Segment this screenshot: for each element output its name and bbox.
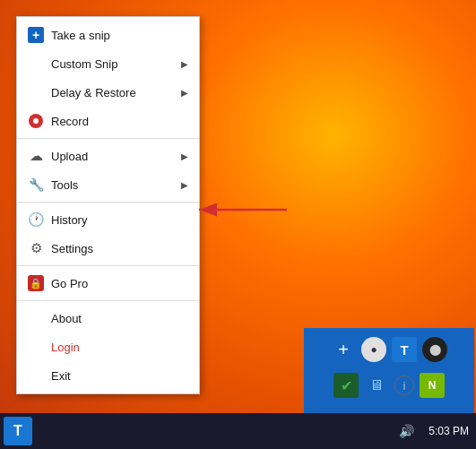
taskbar: T 🔊 5:03 PM xyxy=(0,413,476,449)
systray-T-icon[interactable]: T xyxy=(392,337,417,362)
menu-label-record: Record xyxy=(51,115,188,128)
taskbar-time: 5:03 PM xyxy=(428,425,469,437)
menu-item-upload[interactable]: ☁ Upload ▶ xyxy=(17,142,199,170)
taskbar-app-icon[interactable]: T xyxy=(4,417,32,445)
record-icon xyxy=(26,111,46,131)
menu-item-go-pro[interactable]: 🔒 Go Pro xyxy=(17,269,199,298)
menu-label-go-pro: Go Pro xyxy=(51,277,188,290)
menu-item-about[interactable]: About xyxy=(17,304,199,332)
submenu-arrow-upload: ▶ xyxy=(181,151,188,161)
systray-popup: + ● T ⬤ ✔ 🖥 i N xyxy=(304,328,474,413)
go-pro-icon: 🔒 xyxy=(26,273,46,293)
upload-icon: ☁ xyxy=(26,146,46,166)
no-icon-delay-restore xyxy=(26,82,46,102)
menu-label-delay-restore: Delay & Restore xyxy=(51,86,181,99)
taskbar-right: 🔊 5:03 PM xyxy=(385,413,476,449)
taskbar-sound-icon[interactable]: 🔊 xyxy=(392,424,421,438)
menu-item-custom-snip[interactable]: Custom Snip ▶ xyxy=(17,49,199,78)
menu-label-tools: Tools xyxy=(51,178,181,192)
systray-dark-circle-icon[interactable]: ⬤ xyxy=(422,337,447,362)
menu-item-login[interactable]: Login xyxy=(17,332,199,361)
systray-top-row: + ● T ⬤ xyxy=(309,333,469,366)
divider-2 xyxy=(17,202,199,203)
menu-label-exit: Exit xyxy=(51,369,188,383)
no-icon-exit xyxy=(26,366,46,385)
menu-item-exit[interactable]: Exit xyxy=(17,361,199,390)
menu-item-tools[interactable]: 🔧 Tools ▶ xyxy=(17,170,199,199)
settings-icon: ⚙ xyxy=(26,238,46,258)
no-icon-login xyxy=(26,337,46,357)
menu-label-login: Login xyxy=(51,341,188,354)
menu-item-record[interactable]: Record xyxy=(17,107,199,135)
menu-label-custom-snip: Custom Snip xyxy=(51,57,181,71)
submenu-arrow-delay-restore: ▶ xyxy=(181,88,188,98)
blue-plus-icon: + xyxy=(26,25,46,45)
menu-label-take-a-snip: Take a snip xyxy=(51,29,188,42)
systray-bottom-row: ✔ 🖥 i N xyxy=(309,369,469,402)
systray-nvidia-icon[interactable]: N xyxy=(420,373,445,398)
tools-icon: 🔧 xyxy=(26,175,46,194)
menu-label-history: History xyxy=(51,213,188,227)
submenu-arrow-custom-snip: ▶ xyxy=(181,59,188,69)
systray-green-check-icon[interactable]: ✔ xyxy=(333,373,359,398)
divider-1 xyxy=(17,138,199,139)
menu-label-about: About xyxy=(51,312,188,325)
divider-4 xyxy=(17,300,199,301)
systray-plus-icon[interactable]: + xyxy=(331,337,356,362)
taskbar-left: T xyxy=(0,417,36,445)
menu-item-settings[interactable]: ⚙ Settings xyxy=(17,234,199,263)
menu-item-take-a-snip[interactable]: + Take a snip xyxy=(17,21,199,49)
menu-label-upload: Upload xyxy=(51,150,181,163)
no-icon-about xyxy=(26,308,46,328)
menu-label-settings: Settings xyxy=(51,242,188,255)
history-icon: 🕐 xyxy=(26,210,46,229)
no-icon-custom-snip xyxy=(26,54,46,73)
systray-monitor-icon[interactable]: 🖥 xyxy=(364,373,389,398)
menu-item-history[interactable]: 🕐 History xyxy=(17,205,199,234)
context-menu: + Take a snip Custom Snip ▶ Delay & Rest… xyxy=(16,16,200,394)
menu-item-delay-restore[interactable]: Delay & Restore ▶ xyxy=(17,78,199,107)
systray-info-icon[interactable]: i xyxy=(394,376,414,395)
divider-3 xyxy=(17,265,199,266)
systray-circle-icon[interactable]: ● xyxy=(361,337,386,362)
submenu-arrow-tools: ▶ xyxy=(181,180,188,190)
